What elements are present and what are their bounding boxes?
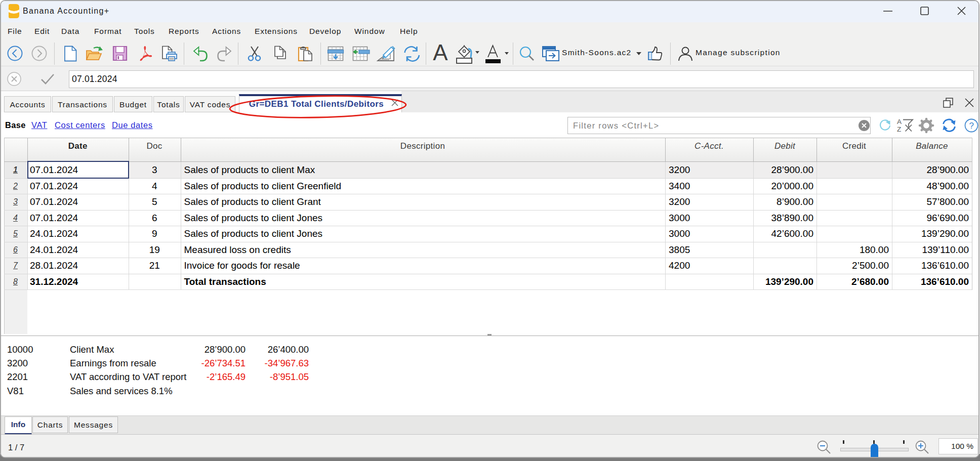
svg-text:Z: Z bbox=[897, 125, 901, 133]
svg-text:?: ? bbox=[969, 121, 974, 131]
svg-text:A: A bbox=[897, 118, 902, 125]
